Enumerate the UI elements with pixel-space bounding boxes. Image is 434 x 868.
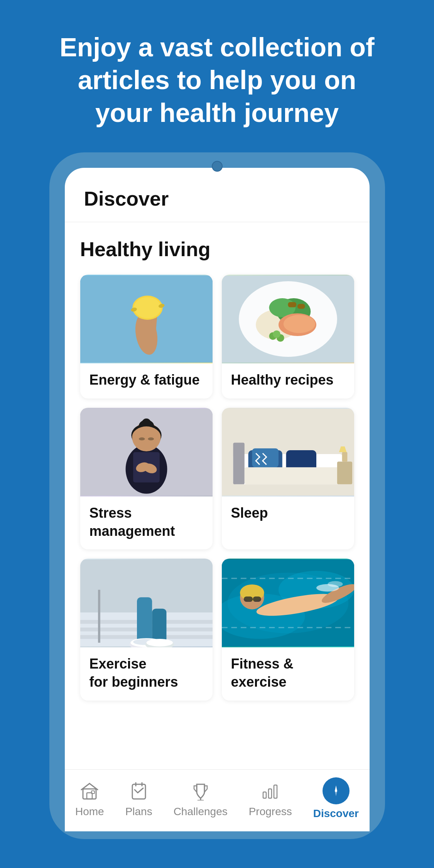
bottom-nav: Home Plans <box>65 769 370 831</box>
nav-item-progress[interactable]: Progress <box>249 779 292 818</box>
nav-item-home[interactable]: Home <box>75 779 104 818</box>
svg-rect-67 <box>243 597 253 602</box>
svg-rect-68 <box>253 597 261 602</box>
card-exercise-label: Exercisefor beginners <box>80 647 213 701</box>
card-exercise[interactable]: Exercisefor beginners <box>80 559 213 701</box>
svg-rect-52 <box>137 598 152 643</box>
nav-discover-label: Discover <box>313 807 359 820</box>
screen-header: Discover <box>65 168 370 222</box>
svg-point-7 <box>134 297 161 318</box>
nav-item-plans[interactable]: Plans <box>125 779 152 818</box>
svg-rect-53 <box>152 609 166 643</box>
hero-title: Enjoy a vast collection of articles to h… <box>0 0 434 152</box>
card-recipes[interactable]: Healthy recipes <box>222 275 354 399</box>
progress-icon <box>259 779 282 802</box>
svg-rect-82 <box>269 789 272 798</box>
svg-point-16 <box>283 315 315 333</box>
nav-challenges-label: Challenges <box>174 806 228 818</box>
card-stress-image <box>80 408 213 496</box>
home-icon <box>78 779 101 802</box>
section-title: Healthy living <box>80 238 354 261</box>
camera-dot <box>212 161 223 172</box>
card-sleep-image <box>222 408 354 496</box>
svg-point-58 <box>146 639 173 647</box>
svg-rect-20 <box>288 302 296 307</box>
nav-item-challenges[interactable]: Challenges <box>174 779 228 818</box>
svg-rect-42 <box>244 467 343 484</box>
card-energy-label: Energy & fatigue <box>80 363 213 399</box>
svg-point-33 <box>138 437 145 441</box>
nav-item-discover[interactable]: Discover <box>313 777 359 820</box>
svg-point-87 <box>335 790 337 792</box>
card-stress-label: Stress management <box>80 496 213 550</box>
svg-rect-81 <box>263 792 266 798</box>
svg-point-34 <box>148 437 154 441</box>
cards-grid: Energy & fatigue <box>80 275 354 701</box>
card-energy[interactable]: Energy & fatigue <box>80 275 213 399</box>
discover-icon-circle <box>323 777 350 804</box>
card-recipes-label: Healthy recipes <box>222 363 354 399</box>
plans-icon <box>127 779 150 802</box>
challenges-icon <box>189 779 212 802</box>
card-fitness-image <box>222 559 354 647</box>
nav-plans-label: Plans <box>125 806 152 818</box>
phone-frame: Discover Healthy living <box>49 152 385 839</box>
nav-home-label: Home <box>75 806 104 818</box>
screen-content: Healthy living <box>65 222 370 769</box>
svg-point-19 <box>273 330 280 338</box>
card-exercise-image <box>80 559 213 647</box>
phone-screen: Discover Healthy living <box>65 168 370 831</box>
svg-rect-43 <box>337 461 352 484</box>
card-recipes-image <box>222 275 354 363</box>
svg-point-29 <box>132 426 160 448</box>
svg-rect-21 <box>297 304 305 309</box>
card-energy-image <box>80 275 213 363</box>
card-fitness[interactable]: Fitness & exercise <box>222 559 354 701</box>
card-sleep[interactable]: Sleep <box>222 408 354 550</box>
svg-rect-83 <box>274 785 277 798</box>
svg-rect-44 <box>342 452 347 462</box>
card-stress[interactable]: Stress management <box>80 408 213 550</box>
card-sleep-label: Sleep <box>222 496 354 532</box>
card-fitness-label: Fitness & exercise <box>222 647 354 701</box>
svg-point-72 <box>328 581 343 588</box>
page-title: Discover <box>84 187 169 210</box>
nav-progress-label: Progress <box>249 806 292 818</box>
svg-rect-38 <box>233 442 244 484</box>
